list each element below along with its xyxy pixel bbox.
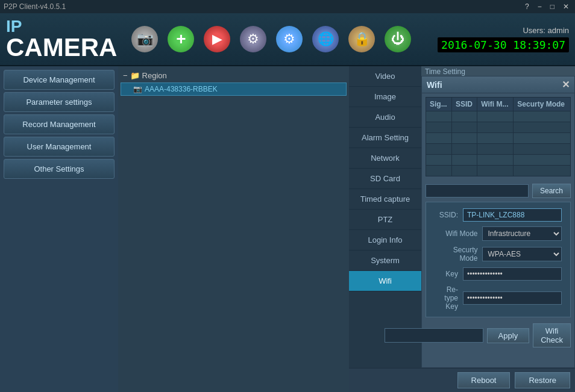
table-row[interactable] xyxy=(426,155,571,166)
tab-logininfo[interactable]: Login Info xyxy=(349,230,421,250)
browser-icon[interactable]: 🌐 xyxy=(310,23,341,55)
col-security: Securty Mode xyxy=(514,98,571,111)
device-id-label: AAAA-438336-RBBEK xyxy=(145,85,218,93)
search-btn[interactable]: Search xyxy=(532,184,571,198)
wifi-search-input[interactable] xyxy=(426,184,529,198)
wifi-mode-label: Wifi Mode xyxy=(435,229,477,238)
security-mode-select[interactable]: WPA-AES WPA2-AES WEP None xyxy=(482,247,562,261)
restore-btn[interactable]: Restore xyxy=(515,372,570,388)
header: IP CAMERA 📷 + ▶ ⚙ ⚙ 🌐 🔒 ⏻ Users: admin 2… xyxy=(0,13,575,66)
region-label: Region xyxy=(142,71,167,80)
device-tree: − 📁 Region 📷 AAAA-438336-RBBEK xyxy=(118,66,349,392)
right-panel: Video Image Audio Alarm Setting Network … xyxy=(349,66,575,392)
wifi-bottom-bar: Apply Wifi Check xyxy=(422,320,574,350)
tab-network[interactable]: Network xyxy=(349,148,421,169)
key-input[interactable] xyxy=(463,267,562,281)
wifi-modal-title: Wifi xyxy=(427,80,442,90)
other-settings-btn[interactable]: Other Settings xyxy=(4,159,115,179)
col-signal: Sig... xyxy=(426,98,452,111)
app-version-label: P2P Client-v4.0.5.1 xyxy=(4,2,66,11)
table-row[interactable] xyxy=(426,166,571,176)
table-row[interactable] xyxy=(426,122,571,133)
reboot-btn[interactable]: Reboot xyxy=(457,372,511,388)
gear-icon[interactable]: ⚙ xyxy=(237,23,269,55)
header-right: Users: admin 2016-07-30 18:39:07 xyxy=(438,26,569,52)
tab-alarm[interactable]: Alarm Setting xyxy=(349,128,421,148)
wifi-close-btn[interactable]: ✕ xyxy=(562,79,570,90)
tree-region: − 📁 Region xyxy=(121,69,347,82)
tab-menu: Video Image Audio Alarm Setting Network … xyxy=(349,66,421,368)
content-area: Video Image Audio Alarm Setting Network … xyxy=(349,66,575,368)
table-row[interactable] xyxy=(426,144,571,155)
region-folder-icon: 📁 xyxy=(130,71,140,80)
wifi-modal-header: Wifi ✕ xyxy=(422,76,574,93)
app-name-ip: IP xyxy=(6,18,117,35)
col-wifi-mode: Wifi M... xyxy=(477,98,514,111)
app-logo: IP CAMERA xyxy=(6,18,117,60)
time-setting-partial: Time Setting xyxy=(421,66,575,76)
tab-timed[interactable]: Timed capture xyxy=(349,189,421,210)
key-label: Key xyxy=(435,270,458,278)
key-row: Key xyxy=(435,267,562,281)
retype-key-label: Re-type Key xyxy=(435,285,458,311)
region-collapse-icon[interactable]: − xyxy=(123,71,128,80)
tree-device-item[interactable]: 📷 AAAA-438336-RBBEK xyxy=(121,82,347,96)
title-bar: P2P Client-v4.0.5.1 ? − □ ✕ xyxy=(0,0,575,13)
play-icon[interactable]: ▶ xyxy=(201,23,233,55)
tab-wifi[interactable]: Wifi xyxy=(349,271,421,291)
security-mode-label: Securty Mode xyxy=(435,246,477,263)
ssid-label: SSID: xyxy=(435,211,458,219)
title-bar-controls: ? − □ ✕ xyxy=(523,2,571,11)
help-btn[interactable]: ? xyxy=(523,2,532,11)
tab-video[interactable]: Video xyxy=(349,66,421,87)
table-row[interactable] xyxy=(426,133,571,144)
tab-system[interactable]: Systerm xyxy=(349,250,421,271)
app-name-camera: CAMERA xyxy=(6,35,117,60)
footer: Reboot Restore xyxy=(349,368,575,392)
wifi-mode-row: Wifi Mode Infrastructure Ad-Hoc xyxy=(435,226,562,241)
user-management-btn[interactable]: User Management xyxy=(4,137,115,157)
tab-sdcard[interactable]: SD Card xyxy=(349,169,421,189)
maximize-btn[interactable]: □ xyxy=(548,2,557,11)
col-ssid: SSID xyxy=(451,98,477,111)
users-label: Users: admin xyxy=(438,26,569,35)
wifi-modal: Wifi ✕ Sig... SSID Wifi M... Securty xyxy=(421,76,575,368)
device-camera-icon: 📷 xyxy=(133,85,142,93)
power-icon[interactable]: ⏻ xyxy=(382,23,413,55)
tab-ptz[interactable]: PTZ xyxy=(349,210,421,230)
close-btn[interactable]: ✕ xyxy=(561,2,571,11)
wifi-scan-table: Sig... SSID Wifi M... Securty Mode xyxy=(426,97,571,176)
wifi-search-row: Search xyxy=(422,180,574,199)
apply-btn[interactable]: Apply xyxy=(487,328,530,343)
minimize-btn[interactable]: − xyxy=(535,2,544,11)
ssid-row: SSID: xyxy=(435,208,562,222)
tab-image[interactable]: Image xyxy=(349,87,421,107)
wifi-panel: Time Setting Wifi ✕ Sig... xyxy=(421,66,575,368)
security-mode-row: Securty Mode WPA-AES WPA2-AES WEP None xyxy=(435,246,562,263)
wifi-mode-select[interactable]: Infrastructure Ad-Hoc xyxy=(482,226,562,241)
table-row[interactable] xyxy=(426,111,571,122)
wifi-credentials-form: SSID: Wifi Mode Infrastructure Ad-Hoc Se… xyxy=(426,202,571,317)
datetime-display: 2016-07-30 18:39:07 xyxy=(438,37,569,52)
main-layout: Device Management Parameter settings Rec… xyxy=(0,66,575,392)
ssid-input[interactable] xyxy=(463,208,562,222)
wifi-status-input[interactable] xyxy=(385,328,483,343)
retype-key-row: Re-type Key xyxy=(435,285,562,311)
add-device-icon[interactable]: + xyxy=(165,23,196,55)
wifi-check-btn[interactable]: Wifi Check xyxy=(533,323,571,347)
lock-icon[interactable]: 🔒 xyxy=(346,23,377,55)
toolbar: 📷 + ▶ ⚙ ⚙ 🌐 🔒 ⏻ xyxy=(129,23,438,55)
record-management-btn[interactable]: Record Management xyxy=(4,114,115,134)
tab-audio[interactable]: Audio xyxy=(349,107,421,128)
webcam-icon[interactable]: 📷 xyxy=(129,23,160,55)
wifi-scan-section: Sig... SSID Wifi M... Securty Mode xyxy=(422,93,574,180)
sidebar: Device Management Parameter settings Rec… xyxy=(0,66,118,392)
settings-active-icon[interactable]: ⚙ xyxy=(274,23,305,55)
device-management-btn[interactable]: Device Management xyxy=(4,70,115,90)
parameter-settings-btn[interactable]: Parameter settings xyxy=(4,92,115,112)
retype-key-input[interactable] xyxy=(463,291,562,305)
